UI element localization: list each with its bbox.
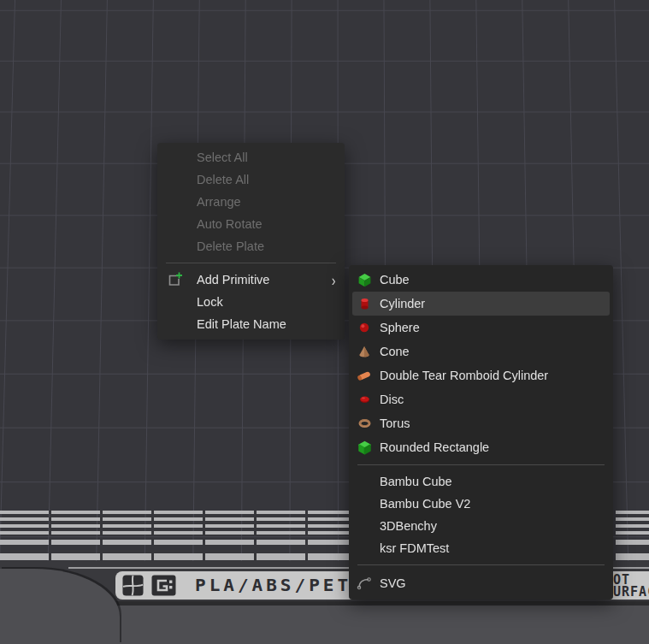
menu-item-label: Auto Rotate [197,217,263,231]
menu-item-label: Delete Plate [197,239,264,253]
submenu-item-label: Cone [380,345,410,358]
submenu-item-cone[interactable]: Cone [352,340,610,363]
svg-bezier-icon [356,575,373,592]
menu-item-label: Edit Plate Name [197,317,286,331]
menu-item-delete-plate[interactable]: Delete Plate [157,235,345,257]
submenu-item-3dbenchy[interactable]: 3DBenchy [352,515,610,537]
menu-item-edit-plate-name[interactable]: Edit Plate Name [157,313,345,335]
submenu-item-label: Bambu Cube V2 [380,497,470,511]
submenu-item-label: Bambu Cube [380,475,452,488]
sphere-icon [356,319,373,336]
submenu-item-label: Cube [380,273,410,287]
menu-item-add-primitive[interactable]: Add Primitive › [157,269,345,291]
submenu-item-svg[interactable]: SVG [352,570,610,596]
add-primitive-submenu: Cube Cylinder Sphere Co [349,265,613,600]
menu-item-arrange[interactable]: Arrange [157,191,345,213]
submenu-item-sphere[interactable]: Sphere [352,316,610,340]
plate-material-label: PLA/ABS/PETG [195,576,366,594]
submenu-item-label: SVG [380,576,406,590]
disc-icon [356,391,373,408]
submenu-item-label: Disc [380,393,404,406]
submenu-item-label: 3DBenchy [380,519,437,533]
submenu-item-rounded-rectangle[interactable]: Rounded Rectangle [352,435,610,459]
bambu-logo [122,575,144,596]
submenu-item-torus[interactable]: Torus [352,411,610,435]
submenu-item-cylinder[interactable]: Cylinder [352,292,610,316]
menu-item-label: Lock [197,295,223,309]
submenu-separator [357,464,605,465]
submenu-item-label: Sphere [380,321,420,334]
menu-item-label: Select All [197,151,248,164]
cylinder-icon [356,295,373,312]
menu-item-delete-all[interactable]: Delete All [157,168,345,191]
submenu-item-bambu-cube[interactable]: Bambu Cube [352,470,610,493]
submenu-item-ksr-fdmtest[interactable]: ksr FDMTest [352,537,610,559]
submenu-item-label: Torus [380,417,410,430]
submenu-separator [357,564,605,565]
menu-separator [166,263,336,263]
submenu-chevron-icon: › [331,272,335,288]
cone-icon [356,343,373,360]
plate-context-menu: Select All Delete All Arrange Auto Rotat… [157,143,345,340]
submenu-item-double-tear-romboid-cylinder[interactable]: Double Tear Romboid Cylinder [352,363,610,387]
menu-item-label: Arrange [197,195,241,209]
submenu-item-label: Cylinder [380,297,425,310]
cube-icon [356,271,373,288]
submenu-item-disc[interactable]: Disc [352,387,610,411]
rounded-rectangle-icon [356,439,373,456]
menu-item-lock[interactable]: Lock [157,291,345,313]
romboid-cylinder-icon [356,367,373,384]
torus-icon [356,415,373,432]
submenu-item-cube[interactable]: Cube [352,268,610,292]
submenu-item-label: Double Tear Romboid Cylinder [380,369,548,382]
submenu-item-bambu-cube-v2[interactable]: Bambu Cube V2 [352,493,610,515]
g-logo [151,575,176,596]
submenu-item-label: Rounded Rectangle [380,440,489,454]
add-primitive-icon [165,270,184,289]
menu-item-auto-rotate[interactable]: Auto Rotate [157,213,345,235]
menu-item-select-all[interactable]: Select All [157,146,345,168]
submenu-item-label: ksr FDMTest [380,541,449,555]
menu-item-label: Add Primitive [197,273,269,287]
menu-item-label: Delete All [197,173,249,186]
